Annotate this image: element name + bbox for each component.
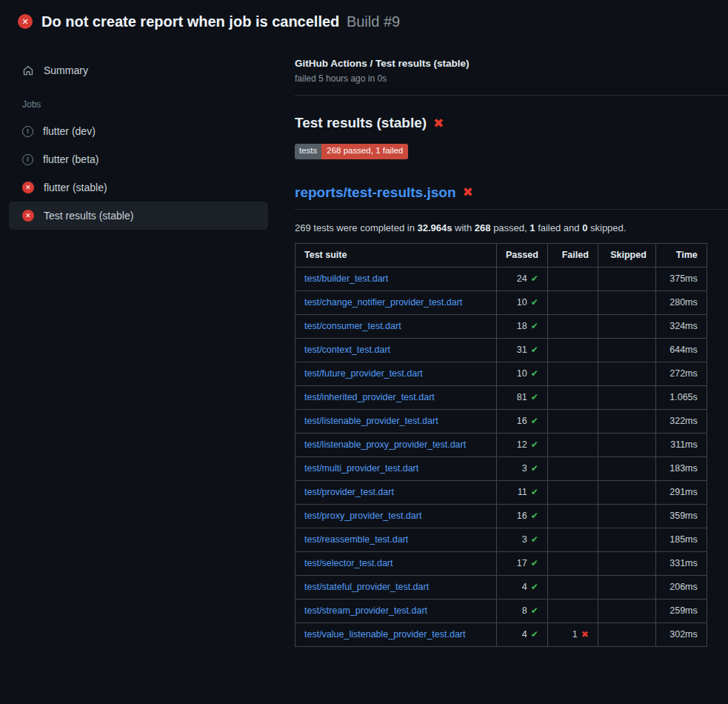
test-suite-link[interactable]: test/change_notifier_provider_test.dart — [304, 297, 462, 308]
summary-text: with — [452, 222, 474, 233]
job-label: flutter (beta) — [43, 153, 98, 165]
check-icon: ✔ — [531, 605, 538, 616]
summary-label: Summary — [44, 64, 88, 76]
summary-number: 1 — [530, 222, 535, 233]
test-suite-link[interactable]: test/inherited_provider_test.dart — [304, 392, 435, 402]
check-icon: ✔ — [531, 273, 538, 284]
suite-cell: test/listenable_provider_test.dart — [295, 409, 497, 433]
test-suite-row: test/proxy_provider_test.dart16✔359ms — [295, 504, 707, 528]
failed-cell — [547, 338, 598, 362]
passed-cell: 12✔ — [497, 433, 548, 456]
check-run-header: ✕ Do not create report when job is cance… — [0, 0, 728, 40]
failed-cell — [547, 433, 598, 456]
failed-cell — [547, 362, 598, 385]
check-icon: ✔ — [531, 416, 538, 426]
failed-cell — [547, 409, 598, 433]
test-suite-link[interactable]: test/proxy_provider_test.dart — [304, 511, 421, 521]
check-icon: ✔ — [531, 463, 538, 474]
time-cell: 331ms — [655, 551, 707, 575]
passed-count: 17 — [517, 558, 527, 568]
skipped-cell — [598, 385, 655, 409]
failed-cell — [547, 480, 598, 504]
time-cell: 311ms — [655, 433, 707, 456]
passed-cell: 16✔ — [497, 504, 548, 528]
tests-status-badge: tests 268 passed, 1 failed — [295, 144, 408, 159]
passed-count: 8 — [522, 605, 527, 616]
suite-cell: test/multi_provider_test.dart — [295, 456, 497, 480]
suite-cell: test/reassemble_test.dart — [295, 528, 497, 551]
test-suite-link[interactable]: test/value_listenable_provider_test.dart — [304, 629, 466, 640]
sidebar-item-flutter-dev[interactable]: !flutter (dev) — [9, 117, 268, 145]
summary-line: 269 tests were completed in 32.964s with… — [295, 222, 728, 233]
section-title: Test results (stable) ✖ — [295, 115, 728, 131]
summary-number: 32.964s — [417, 222, 452, 233]
passed-count: 11 — [518, 487, 527, 497]
test-suite-link[interactable]: test/consumer_test.dart — [304, 321, 401, 331]
passed-count: 3 — [522, 534, 527, 545]
test-suite-link[interactable]: test/provider_test.dart — [304, 487, 394, 497]
time-cell: 302ms — [655, 622, 707, 646]
suite-cell: test/future_provider_test.dart — [295, 362, 497, 385]
col-time: Time — [655, 243, 707, 267]
skipped-cell — [598, 456, 655, 480]
passed-count: 16 — [517, 511, 527, 521]
failed-cell — [547, 267, 598, 290]
test-suite-row: test/future_provider_test.dart10✔272ms — [295, 362, 707, 385]
sidebar-item-flutter-stable[interactable]: ✕flutter (stable) — [9, 173, 268, 202]
test-suite-link[interactable]: test/reassemble_test.dart — [304, 534, 408, 545]
skipped-cell — [598, 551, 655, 575]
table-header-row: Test suite Passed Failed Skipped Time — [295, 243, 707, 267]
skipped-cell — [598, 409, 655, 433]
test-suite-link[interactable]: test/listenable_provider_test.dart — [304, 416, 438, 426]
time-cell: 259ms — [655, 599, 707, 622]
failed-status-icon: ✕ — [22, 210, 34, 222]
test-suite-link[interactable]: test/stream_provider_test.dart — [304, 605, 427, 616]
skipped-cell — [598, 338, 655, 362]
summary-number: 268 — [475, 222, 491, 233]
run-status-line: failed 5 hours ago in 0s — [295, 73, 728, 84]
job-label: Test results (stable) — [44, 210, 133, 222]
test-suite-link[interactable]: test/context_test.dart — [304, 345, 390, 355]
check-icon: ✔ — [531, 368, 538, 379]
results-table-body: test/builder_test.dart24✔375mstest/chang… — [295, 267, 707, 646]
suite-cell: test/listenable_proxy_provider_test.dart — [295, 433, 497, 456]
layout: Summary Jobs !flutter (dev)!flutter (bet… — [0, 40, 728, 647]
suite-cell: test/change_notifier_provider_test.dart — [295, 290, 497, 314]
passed-count: 4 — [522, 629, 527, 640]
suite-cell: test/consumer_test.dart — [295, 314, 497, 338]
skipped-cell — [598, 575, 655, 599]
sidebar-item-flutter-beta[interactable]: !flutter (beta) — [9, 145, 268, 173]
passed-count: 10 — [517, 368, 527, 379]
test-suite-row: test/stateful_provider_test.dart4✔206ms — [295, 575, 707, 599]
summary-text: 269 tests were completed in — [295, 222, 417, 233]
job-label: flutter (dev) — [43, 125, 96, 137]
test-suite-link[interactable]: test/multi_provider_test.dart — [304, 463, 418, 474]
passed-cell: 31✔ — [497, 338, 548, 362]
test-suite-link[interactable]: test/selector_test.dart — [304, 558, 393, 568]
test-suite-link[interactable]: test/listenable_proxy_provider_test.dart — [304, 439, 466, 450]
failed-cell — [547, 290, 598, 314]
test-suite-link[interactable]: test/future_provider_test.dart — [304, 368, 423, 379]
skipped-cell — [598, 599, 655, 622]
passed-cell: 16✔ — [497, 409, 548, 433]
badge-value: 268 passed, 1 failed — [321, 144, 408, 159]
test-suite-link[interactable]: test/stateful_provider_test.dart — [304, 582, 429, 592]
col-test-suite: Test suite — [295, 243, 497, 267]
time-cell: 291ms — [655, 480, 707, 504]
failed-cell: 1✖ — [547, 622, 598, 646]
test-suite-link[interactable]: test/builder_test.dart — [304, 273, 388, 284]
test-suite-row: test/provider_test.dart11✔291ms — [295, 480, 707, 504]
page-title: Do not create report when job is cancell… — [41, 13, 400, 30]
results-table: Test suite Passed Failed Skipped Time te… — [295, 243, 707, 647]
skipped-cell — [598, 480, 655, 504]
sidebar-item-summary[interactable]: Summary — [9, 56, 268, 84]
sidebar-item-test-results-stable[interactable]: ✕Test results (stable) — [9, 202, 268, 230]
report-link[interactable]: reports/test-results.json — [295, 185, 456, 201]
passed-count: 18 — [517, 321, 527, 331]
main-content: GitHub Actions / Test results (stable) f… — [277, 40, 728, 647]
test-suite-row: test/multi_provider_test.dart3✔183ms — [295, 456, 707, 480]
skipped-cell — [598, 504, 655, 528]
col-skipped: Skipped — [598, 243, 655, 267]
check-icon: ✔ — [531, 582, 538, 592]
failed-cell — [547, 504, 598, 528]
